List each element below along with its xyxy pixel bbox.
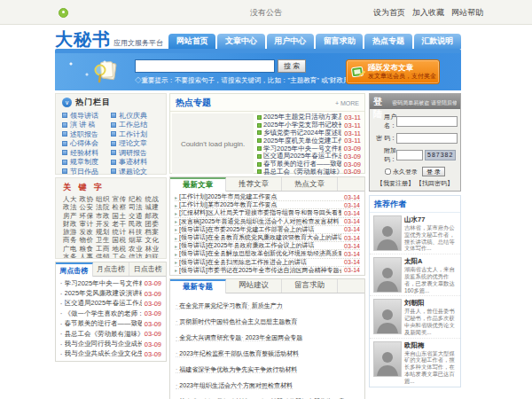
site-logo[interactable]: 大秘书 xyxy=(55,29,111,49)
article-tab[interactable]: 最新文章 xyxy=(170,177,226,192)
forgot-password-link[interactable]: 【找回密码】 xyxy=(416,179,453,188)
topic-link[interactable]: 区交通局2025年春运工作总结 xyxy=(263,153,341,160)
category-link[interactable]: 经验材料 xyxy=(62,148,111,158)
keywords-cloud[interactable]: 人大 政协 组织 宣传 纪检 统战 政法 公安 法院 检察 司法 城建 房产 环… xyxy=(56,195,166,259)
topic-link[interactable]: 2023年纪检监察干部队伍教育整顿活动材料 xyxy=(176,350,299,357)
rank-tab[interactable]: 日点击榜 xyxy=(129,262,166,276)
topbar-link[interactable]: 设为首页 xyxy=(373,7,405,19)
left-sidebar: ∨ 热门栏目 领导讲话 礼仪庆典 演 讲 稿 工作总结 述职报告 xyxy=(55,93,167,399)
topbar-link[interactable]: 网站帮助 xyxy=(451,7,483,19)
nav-tab[interactable]: 热点专题 xyxy=(364,34,411,49)
category-link[interactable]: 工作计划 xyxy=(111,129,160,139)
login-security-note: 密码简单易被盗 请登陆后修改 xyxy=(392,99,457,107)
category-link[interactable]: 演 讲 稿 xyxy=(62,121,111,130)
author-name[interactable]: 山水77 xyxy=(404,215,457,224)
topic-link[interactable]: 学习2025年中央一号文件精神心 xyxy=(263,145,341,153)
rank-list-item: 我与企业共成长企业文化生 03-09 xyxy=(60,349,161,359)
article-link[interactable]: 学习2025年中央一号文件精 xyxy=(65,279,142,288)
article-link[interactable]: 2025年党风廉政建设演讲稿 xyxy=(65,289,142,298)
category-link[interactable]: 礼仪庆典 xyxy=(111,111,160,121)
register-link[interactable]: 【我要注册】 xyxy=(377,179,414,188)
captcha-field[interactable] xyxy=(396,150,423,160)
nav-tab[interactable]: 用户中心 xyxy=(267,34,314,49)
topic-tab[interactable]: 留言求助 xyxy=(282,279,338,293)
topic-link[interactable]: 2023年全国两会专题 xyxy=(241,334,302,341)
article-link[interactable]: [工作计划]2025年市局党建工作要点 xyxy=(179,193,341,201)
nav-tab[interactable]: 留言求助 xyxy=(316,34,363,49)
topbar-link[interactable]: 加入收藏 xyxy=(412,7,444,19)
article-link[interactable]: [领导讲话]在2025年县政府廉政工作会议上的讲话 xyxy=(179,242,341,250)
category-link[interactable]: 述职报告 xyxy=(62,129,111,139)
article-link[interactable]: [领导讲话]在全县扫黑除恶工作推进会上的讲话 xyxy=(179,259,341,267)
category-link[interactable]: 节日作品 xyxy=(62,167,111,176)
article-link[interactable]: [工作计划]某市2025年教育工作要点 xyxy=(179,201,341,209)
article-tab[interactable]: 推荐文章 xyxy=(226,177,282,191)
topic-link[interactable]: 县总工会《劳动最有滋味》读书 xyxy=(263,168,341,176)
category-link[interactable]: 课题论文 xyxy=(111,167,160,176)
article-date: 03-09 xyxy=(145,350,161,358)
article-link[interactable]: 区交通局2025年春运工作总 xyxy=(65,299,142,308)
topic-date: 03-11 xyxy=(344,129,361,137)
topic-link[interactable]: 在全党开展党纪学习教育 xyxy=(176,302,247,309)
topic-link[interactable]: 2025年度机关单位党建工作要点 xyxy=(263,137,341,145)
topic-date: 03-09 xyxy=(344,160,361,168)
topic-date: 03-11 xyxy=(344,113,361,121)
article-link[interactable]: [领导讲话]在全县解放思想改革创新优化环境推动经济高质量发展大会上的 xyxy=(179,250,341,258)
topic-link[interactable]: 福建省深学争优敢为争先实干争效行动材料 xyxy=(176,366,297,373)
topic-link[interactable]: 乡镇党委书记2024年度述职述责 xyxy=(263,129,341,137)
topic-link[interactable]: 2023年组织生活会六个方面对照检查材料 xyxy=(176,382,293,389)
topic-tab[interactable]: 最新专题 xyxy=(170,279,226,293)
search-button[interactable]: 搜 索 xyxy=(278,59,306,73)
password-field[interactable] xyxy=(396,133,458,144)
square-bullet-icon xyxy=(62,160,67,165)
topic-link[interactable]: 春节最美的逆行者——致敬每一 xyxy=(263,160,341,168)
article-link[interactable]: 我与企业共成长企业文化生 xyxy=(65,349,142,358)
author-name[interactable]: 欧阳梅 xyxy=(404,341,457,350)
article-link[interactable]: 《做一个学生喜欢的老师： xyxy=(65,309,142,318)
author-name[interactable]: 太阳A xyxy=(404,257,457,266)
hot-topic-item: 乡镇党委书记2024年度述职述责 03-11 xyxy=(257,129,361,137)
topic-link[interactable]: 贯彻新时代中国特色社会主义思想主题教育 xyxy=(176,318,297,325)
publish-article-button[interactable]: 踊跃发布文章 发文章送会员，支付奖金 xyxy=(346,59,440,84)
category-link[interactable]: 调研报告 xyxy=(111,148,160,158)
article-link[interactable]: 县总工会《劳动最有滋味》 xyxy=(65,330,142,339)
search-input[interactable] xyxy=(135,59,275,73)
category-link[interactable]: 理论文章 xyxy=(111,139,160,149)
rank-tab[interactable]: 周点击榜 xyxy=(56,262,93,277)
username-field[interactable] xyxy=(396,116,458,127)
topic-link[interactable]: 全党大兴调查研究专题 xyxy=(176,334,241,341)
author-card: 太阳A 湖南省古丈人，来自质监系统的优秀作者，已发表文章数达160多篇... xyxy=(370,254,460,296)
category-link[interactable]: 规章制度 xyxy=(62,158,111,168)
topic-tab[interactable]: 网站建议 xyxy=(226,279,282,293)
article-link[interactable]: 我与企业同行我与企业成长 xyxy=(65,340,142,348)
article-link[interactable]: 春节最美的逆行者——致敬 xyxy=(65,319,142,328)
author-name[interactable]: 刘朝阳 xyxy=(404,299,457,308)
topic-date: 03-09 xyxy=(344,168,361,176)
nav-tab[interactable]: 文章中心 xyxy=(217,34,264,49)
article-link[interactable]: [领导讲话]在全县教育系统党风廉政建设暨教育大会上的讲话 xyxy=(179,234,341,242)
hot-topic-item: 春节最美的逆行者——致敬每一 03-09 xyxy=(257,160,361,168)
category-link[interactable]: 工作总结 xyxy=(111,121,160,130)
login-button[interactable]: 登 录 xyxy=(422,167,445,176)
article-tab[interactable]: 热点文章 xyxy=(282,177,338,191)
topic-link[interactable]: 2025年主题党日活动方案及计划 xyxy=(263,113,341,121)
rank-list-item: 县总工会《劳动最有滋味》 03-09 xyxy=(60,329,161,339)
hot-topic-item: 2025年主题党日活动方案及计划 03-11 xyxy=(257,113,361,121)
captcha-image[interactable]: 587382 xyxy=(425,150,456,160)
nav-tab[interactable]: 网站首页 xyxy=(168,34,215,49)
remember-checkbox[interactable] xyxy=(385,168,391,175)
topic-link[interactable]: 新质生产力 xyxy=(247,302,282,309)
category-link[interactable]: 领导讲话 xyxy=(62,111,111,121)
publish-line1: 踊跃发布文章 xyxy=(368,63,436,72)
category-link[interactable]: 事迹材料 xyxy=(111,158,160,168)
rank-tabs: 周点击榜月点击榜日点击榜 xyxy=(56,262,166,277)
nav-tab[interactable]: 汇款说明 xyxy=(414,34,461,49)
more-link[interactable]: + MORE xyxy=(335,100,359,106)
category-link[interactable]: 心得体会 xyxy=(62,139,111,149)
article-link[interactable]: [发言稿]2025年普通党员组织生活会个人对照检查发言材料 xyxy=(179,218,341,226)
article-link[interactable]: [领导讲话]市委书记在2025年全市传达自治区两会精神专题会上的讲话 xyxy=(179,267,341,274)
rank-tab[interactable]: 月点击榜 xyxy=(93,262,130,276)
article-link[interactable]: [领导讲话]在市委2025年党建工作部署会上的讲话 xyxy=(179,226,341,234)
topic-link[interactable]: 2025年小学党支部书记校长述职 xyxy=(263,121,341,129)
article-link[interactable]: [汇报材料]区人社局关于迎接市委指导组督导和督导回头看整改落实情况报 xyxy=(179,209,341,217)
